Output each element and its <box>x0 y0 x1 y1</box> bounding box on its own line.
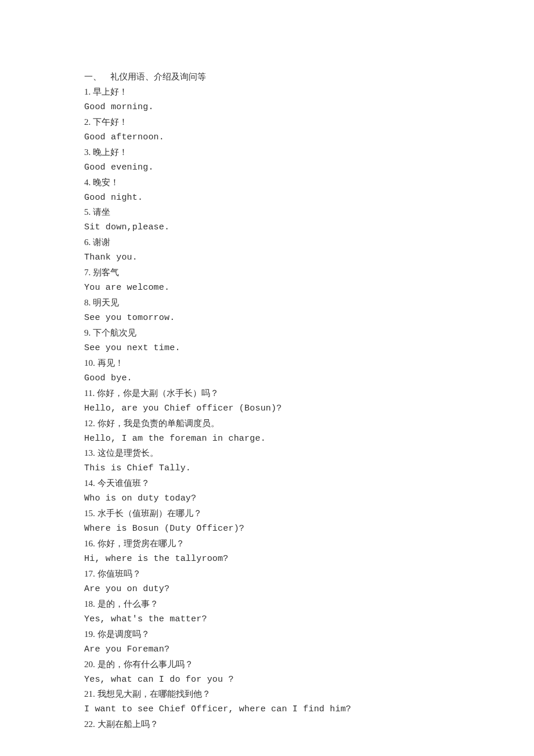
item-number: 3. <box>84 147 91 157</box>
item-chinese-text: 下个航次见 <box>91 328 136 337</box>
item-english-text: Hello, are you Chief officer (Bosun)? <box>84 401 450 416</box>
item-chinese-text: 你好，你是大副（水手长）吗？ <box>95 388 219 398</box>
item-english-text: Good bye. <box>84 371 450 386</box>
item-zh: 5. 请坐 <box>84 205 450 220</box>
item-zh: 21. 我想见大副，在哪能找到他？ <box>84 687 450 702</box>
item-chinese-text: 早上好！ <box>91 87 128 96</box>
item-chinese-text: 请坐 <box>91 207 110 217</box>
item-english-text: Good afternoon. <box>84 130 450 145</box>
item-chinese-text: 今天谁值班？ <box>95 478 150 488</box>
item-english-text: Where is Bosun (Duty Officer)? <box>84 521 450 537</box>
item-english-text: See you next time. <box>84 341 450 356</box>
item-english-text: Are you on duty? <box>84 582 450 597</box>
item-number: 18. <box>84 599 95 609</box>
item-number: 12. <box>84 419 95 428</box>
item-chinese-text: 是的，什么事？ <box>95 599 158 609</box>
item-number: 1. <box>84 87 91 96</box>
item-zh: 16. 你好，理货房在哪儿？ <box>84 537 450 552</box>
item-chinese-text: 你好，理货房在哪儿？ <box>95 539 185 548</box>
item-english-text: Good evening. <box>84 160 450 175</box>
item-english-text: Good night. <box>84 190 450 206</box>
document-page: 一、 礼仪用语、介绍及询问等 1. 早上好！Good morning.2. 下午… <box>0 0 534 756</box>
item-chinese-text: 晚上好！ <box>91 147 128 157</box>
item-english-text: Are you Foreman? <box>84 642 450 657</box>
item-english-text: You are welcome. <box>84 280 450 296</box>
item-zh: 6. 谢谢 <box>84 235 450 250</box>
item-number: 8. <box>84 298 91 307</box>
item-zh: 8. 明天见 <box>84 296 450 311</box>
item-chinese-text: 你好，我是负责的单船调度员。 <box>95 419 219 428</box>
item-number: 15. <box>84 509 95 518</box>
item-number: 22. <box>84 719 95 729</box>
item-zh: 2. 下午好！ <box>84 115 450 130</box>
item-number: 13. <box>84 448 95 458</box>
item-number: 9. <box>84 328 91 337</box>
item-chinese-text: 明天见 <box>91 298 119 307</box>
item-zh: 19. 你是调度吗？ <box>84 627 450 642</box>
item-number: 2. <box>84 117 91 127</box>
item-number: 17. <box>84 569 95 578</box>
item-number: 19. <box>84 629 95 639</box>
item-zh: 1. 早上好！ <box>84 85 450 100</box>
item-zh: 18. 是的，什么事？ <box>84 597 450 612</box>
item-zh: 7. 别客气 <box>84 265 450 280</box>
item-number: 5. <box>84 207 91 217</box>
item-english-text: I want to see Chief Officer, where can I… <box>84 702 450 717</box>
item-english-text: Thank you. <box>84 250 450 265</box>
item-chinese-text: 这位是理货长。 <box>95 448 158 458</box>
item-zh: 12. 你好，我是负责的单船调度员。 <box>84 416 450 431</box>
item-zh: 14. 今天谁值班？ <box>84 476 450 491</box>
item-english-text: See you tomorrow. <box>84 311 450 326</box>
item-english-text: Who is on duty today? <box>84 491 450 506</box>
item-zh: 9. 下个航次见 <box>84 326 450 341</box>
item-zh: 10. 再见！ <box>84 356 450 371</box>
item-english-text: Yes, what can I do for you ? <box>84 672 450 687</box>
item-chinese-text: 水手长（值班副）在哪儿？ <box>95 509 202 518</box>
item-zh: 17. 你值班吗？ <box>84 567 450 582</box>
item-chinese-text: 你是调度吗？ <box>95 629 150 639</box>
item-number: 14. <box>84 478 95 488</box>
item-number: 21. <box>84 689 95 699</box>
item-english-text: Good morning. <box>84 100 450 115</box>
item-english-text: Hello, I am the foreman in charge. <box>84 431 450 447</box>
item-english-text: Hi, where is the tallyroom? <box>84 552 450 567</box>
item-zh: 20. 是的，你有什么事儿吗？ <box>84 657 450 672</box>
item-number: 10. <box>84 358 95 368</box>
item-chinese-text: 大副在船上吗？ <box>95 719 158 729</box>
item-zh: 3. 晚上好！ <box>84 145 450 160</box>
item-chinese-text: 你值班吗？ <box>95 569 141 578</box>
item-english-text: This is Chief Tally. <box>84 461 450 476</box>
item-zh: 22. 大副在船上吗？ <box>84 717 450 732</box>
item-number: 11. <box>84 388 95 398</box>
item-number: 4. <box>84 178 91 187</box>
item-english-text: Yes, what's the matter? <box>84 612 450 627</box>
item-chinese-text: 是的，你有什么事儿吗？ <box>95 660 193 669</box>
item-list: 1. 早上好！Good morning.2. 下午好！Good afternoo… <box>84 85 450 732</box>
item-zh: 13. 这位是理货长。 <box>84 446 450 461</box>
item-chinese-text: 下午好！ <box>91 117 128 127</box>
item-english-text: Sit down,please. <box>84 220 450 235</box>
item-zh: 4. 晚安！ <box>84 175 450 190</box>
item-number: 20. <box>84 660 95 669</box>
item-zh: 11. 你好，你是大副（水手长）吗？ <box>84 386 450 401</box>
item-chinese-text: 别客气 <box>91 268 119 277</box>
section-heading: 一、 礼仪用语、介绍及询问等 <box>84 70 450 85</box>
item-number: 7. <box>84 268 91 277</box>
item-chinese-text: 谢谢 <box>91 237 110 247</box>
item-number: 6. <box>84 237 91 247</box>
item-chinese-text: 再见！ <box>95 358 124 368</box>
item-number: 16. <box>84 539 95 548</box>
item-chinese-text: 我想见大副，在哪能找到他？ <box>95 689 211 699</box>
item-chinese-text: 晚安！ <box>91 178 119 187</box>
item-zh: 15. 水手长（值班副）在哪儿？ <box>84 506 450 521</box>
